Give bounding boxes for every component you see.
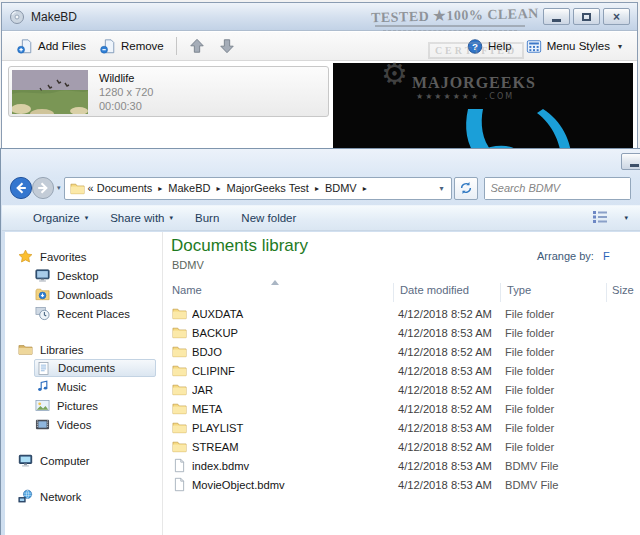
move-down-button[interactable]	[212, 34, 242, 58]
sidebar-item-network[interactable]: Network	[17, 487, 156, 506]
maximize-button[interactable]	[573, 8, 600, 25]
column-divider[interactable]	[393, 283, 394, 302]
sidebar-item-libraries[interactable]: Libraries	[17, 340, 156, 359]
menu-styles-icon	[526, 38, 542, 54]
file-type: File folder	[505, 346, 606, 358]
add-files-button[interactable]: Add Files	[10, 34, 93, 58]
explorer-window: ▾ « Documents▸MakeBD▸MajorGeeks Test▸BDM…	[0, 148, 640, 535]
breadcrumb-segment[interactable]: MakeBD	[166, 182, 212, 194]
breadcrumb-separator-icon[interactable]: ▸	[359, 184, 371, 193]
sidebar-list: FavoritesDesktopDownloadsRecent PlacesLi…	[5, 232, 163, 535]
table-row[interactable]: MovieObject.bdmv4/12/2018 8:53 AMBDMV Fi…	[163, 475, 640, 494]
recent-pages-chevron-icon[interactable]: ▾	[57, 184, 61, 192]
column-header-size[interactable]: Size	[612, 284, 634, 296]
desktop-icon	[34, 268, 50, 284]
organize-button[interactable]: Organize ▾	[22, 206, 99, 230]
file-date-modified: 4/12/2018 8:52 AM	[398, 403, 505, 415]
file-type: File folder	[505, 365, 606, 377]
views-icon	[592, 210, 608, 224]
sidebar-item-music[interactable]: Music	[34, 377, 156, 396]
file-type: File folder	[505, 422, 606, 434]
address-field[interactable]: « Documents▸MakeBD▸MajorGeeks Test▸BDMV▸…	[64, 177, 452, 200]
table-row[interactable]: BACKUP4/12/2018 8:53 AMFile folder	[163, 323, 640, 342]
sidebar-item-desktop[interactable]: Desktop	[34, 266, 156, 285]
file-name: CLIPINF	[192, 365, 398, 377]
column-divider[interactable]	[500, 283, 501, 302]
clip-resolution: 1280 x 720	[99, 85, 153, 99]
file-date-modified: 4/12/2018 8:52 AM	[398, 346, 505, 358]
sidebar-item-downloads[interactable]: Downloads	[34, 285, 156, 304]
table-row[interactable]: META4/12/2018 8:52 AMFile folder	[163, 399, 640, 418]
share-with-button[interactable]: Share with ▾	[99, 206, 184, 230]
sidebar-item-label: Network	[40, 491, 81, 503]
sidebar-item-favorites[interactable]: Favorites	[17, 247, 156, 266]
close-button[interactable]: ×	[603, 8, 630, 25]
remove-file-icon	[100, 38, 116, 54]
file-type: BDMV File	[505, 479, 606, 491]
arrange-by-control[interactable]: Arrange by: F	[537, 250, 610, 262]
folder-icon	[171, 401, 187, 417]
table-row[interactable]: AUXDATA4/12/2018 8:52 AMFile folder	[163, 304, 640, 323]
forward-button[interactable]	[31, 176, 55, 200]
breadcrumb-separator-icon[interactable]: ▸	[154, 184, 166, 193]
remove-button[interactable]: Remove	[93, 34, 171, 58]
burn-button[interactable]: Burn	[184, 206, 230, 230]
sidebar-item-label: Pictures	[57, 400, 98, 412]
breadcrumb-separator-icon[interactable]: ▸	[311, 184, 323, 193]
clip-list-item[interactable]: Wildlife 1280 x 720 00:00:30	[8, 66, 329, 117]
address-dropdown-icon[interactable]: ▾	[438, 184, 446, 193]
breadcrumb-segment[interactable]: « Documents	[86, 182, 155, 194]
file-name: JAR	[192, 384, 398, 396]
svg-text:?: ?	[472, 41, 478, 52]
sidebar-item-computer[interactable]: Computer	[17, 451, 156, 470]
new-folder-button[interactable]: New folder	[230, 206, 307, 230]
views-chevron-icon[interactable]: ▾	[624, 214, 628, 222]
explorer-minimize-button[interactable]	[621, 153, 640, 170]
sidebar-item-label: Music	[57, 381, 87, 393]
screenshot-root: { "makebd": { "title": "MakeBD", "toolba…	[0, 0, 640, 535]
back-button[interactable]	[9, 176, 33, 200]
table-row[interactable]: CLIPINF4/12/2018 8:53 AMFile folder	[163, 361, 640, 380]
makebd-titlebar[interactable]: MakeBD ×	[2, 3, 637, 31]
chevron-down-icon: ▾	[85, 214, 89, 222]
table-row[interactable]: JAR4/12/2018 8:52 AMFile folder	[163, 380, 640, 399]
search-box	[484, 177, 631, 200]
help-button[interactable]: ? Help	[460, 34, 519, 58]
clip-duration: 00:00:30	[99, 99, 153, 113]
breadcrumb-segment[interactable]: BDMV	[323, 182, 359, 194]
move-up-button[interactable]	[182, 34, 212, 58]
makebd-app-icon[interactable]	[9, 9, 25, 25]
file-type: BDMV File	[505, 460, 606, 472]
sidebar-item-videos[interactable]: Videos	[34, 415, 156, 434]
sidebar-item-recent-places[interactable]: Recent Places	[34, 304, 156, 323]
sidebar-item-pictures[interactable]: Pictures	[34, 396, 156, 415]
breadcrumb-segment[interactable]: MajorGeeks Test	[225, 182, 311, 194]
file-icon	[171, 477, 187, 493]
search-input[interactable]	[485, 178, 630, 199]
explorer-toolbar: Organize ▾ Share with ▾ Burn New folder …	[2, 205, 640, 231]
help-icon: ?	[467, 38, 483, 54]
table-row[interactable]: PLAYLIST4/12/2018 8:53 AMFile folder	[163, 418, 640, 437]
breadcrumb-separator-icon[interactable]: ▸	[213, 184, 225, 193]
makebd-toolbar: Add Files Remove ? Help	[2, 32, 637, 61]
toolbar-separator	[176, 37, 177, 55]
sidebar-item-label: Videos	[57, 419, 91, 431]
column-divider[interactable]	[606, 283, 607, 302]
column-header-name[interactable]: Name	[172, 284, 202, 296]
file-date-modified: 4/12/2018 8:53 AM	[398, 479, 505, 491]
refresh-button[interactable]	[454, 177, 478, 200]
table-row[interactable]: STREAM4/12/2018 8:52 AMFile folder	[163, 437, 640, 456]
table-row[interactable]: BDJO4/12/2018 8:52 AMFile folder	[163, 342, 640, 361]
menu-styles-button[interactable]: Menu Styles ▾	[519, 34, 629, 58]
sidebar-item-label: Libraries	[40, 344, 83, 356]
column-header-date-modified[interactable]: Date modified	[400, 284, 469, 296]
add-file-icon	[17, 38, 33, 54]
minimize-button[interactable]	[543, 8, 570, 25]
sidebar-item-documents[interactable]: Documents	[34, 359, 156, 377]
column-header-type[interactable]: Type	[507, 284, 531, 296]
file-type: File folder	[505, 384, 606, 396]
maximize-icon	[582, 13, 591, 21]
sidebar-item-label: Computer	[40, 455, 90, 467]
change-view-button[interactable]	[592, 210, 608, 226]
table-row[interactable]: index.bdmv4/12/2018 8:53 AMBDMV File	[163, 456, 640, 475]
